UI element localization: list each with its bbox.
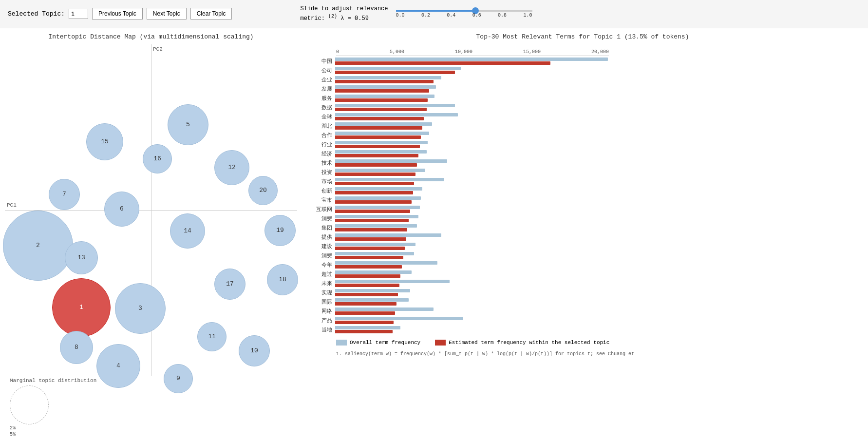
- bubble-8[interactable]: 8: [60, 331, 93, 364]
- bar-row: 中国: [307, 57, 858, 66]
- bubble-2[interactable]: 2: [3, 211, 73, 281]
- bar-row: 合作: [307, 131, 858, 140]
- bar-topic-21: [335, 256, 403, 259]
- bubble-4[interactable]: 4: [96, 344, 140, 388]
- bar-row: 消费: [307, 214, 858, 223]
- bar-label-16: 互联网: [307, 206, 335, 213]
- bar-topic-9: [335, 145, 420, 148]
- bar-group-20: [335, 242, 858, 251]
- bubble-6[interactable]: 6: [104, 192, 139, 227]
- next-topic-button[interactable]: Next Topic: [147, 8, 187, 19]
- bar-overall-5: [335, 104, 455, 107]
- bar-overall-14: [335, 187, 422, 191]
- bar-label-14: 创新: [307, 187, 335, 194]
- bubble-17[interactable]: 17: [214, 269, 245, 300]
- marginal-circle: [10, 385, 49, 424]
- bar-group-15: [335, 196, 858, 205]
- selected-topic-label: Selected Topic:: [8, 10, 65, 18]
- bubble-10[interactable]: 10: [239, 335, 270, 366]
- bar-overall-13: [335, 178, 444, 181]
- bar-group-0: [335, 57, 858, 66]
- bubble-15[interactable]: 15: [86, 123, 123, 160]
- main-area: Intertopic Distance Map (via multidimens…: [0, 28, 868, 442]
- bubble-19[interactable]: 19: [264, 215, 296, 246]
- bar-group-2: [335, 76, 858, 84]
- bar-topic-24: [335, 284, 399, 287]
- prev-topic-button[interactable]: Previous Topic: [92, 8, 143, 19]
- bar-topic-15: [335, 200, 412, 204]
- bar-row: 市场: [307, 177, 858, 186]
- tick-10k: 10,000: [455, 49, 472, 55]
- bar-overall-1: [335, 67, 461, 70]
- slider-ticks: 0.0 0.2 0.4 0.6 0.8 1.0: [396, 13, 532, 18]
- bar-row: 今年: [307, 261, 858, 269]
- bar-label-20: 建设: [307, 243, 335, 250]
- tick-20k: 20,000: [591, 49, 609, 55]
- bubble-16[interactable]: 16: [143, 144, 172, 173]
- bar-group-17: [335, 214, 858, 223]
- legend-topic-swatch: [435, 340, 446, 346]
- bar-overall-25: [335, 289, 410, 292]
- tick-15k: 15,000: [523, 49, 541, 55]
- bar-overall-4: [335, 95, 434, 98]
- bubble-1[interactable]: 1: [52, 278, 111, 337]
- bar-group-25: [335, 288, 858, 297]
- axis-ticks: 0 5,000 10,000 15,000 20,000: [336, 49, 609, 56]
- bar-overall-24: [335, 280, 450, 283]
- bar-group-27: [335, 307, 858, 316]
- bar-label-7: 湖北: [307, 122, 335, 130]
- bar-topic-29: [335, 330, 393, 333]
- bar-topic-2: [335, 80, 434, 83]
- bar-overall-6: [335, 113, 458, 116]
- bar-group-22: [335, 261, 858, 269]
- bar-label-8: 合作: [307, 132, 335, 139]
- bar-row: 经济: [307, 150, 858, 158]
- legend-topic-label: Estimated term frequency within the sele…: [449, 340, 609, 346]
- bar-topic-18: [335, 228, 407, 231]
- bar-row: 当地: [307, 326, 858, 334]
- bar-row: 行业: [307, 140, 858, 149]
- bar-group-16: [335, 205, 858, 214]
- relevance-controls: Slide to adjust relevance metric: (2) λ …: [300, 5, 532, 23]
- topic-controls: Selected Topic: Previous Topic Next Topi…: [8, 8, 232, 19]
- bar-topic-28: [335, 321, 394, 324]
- marginal-section: Marginal topic distribution 2% 5%: [0, 378, 302, 437]
- bar-topic-20: [335, 247, 405, 250]
- bar-label-3: 发展: [307, 85, 335, 93]
- bar-group-18: [335, 224, 858, 232]
- bar-label-28: 产品: [307, 317, 335, 324]
- bar-group-23: [335, 270, 858, 279]
- bar-topic-23: [335, 274, 400, 278]
- bar-row: 互联网: [307, 205, 858, 214]
- bubble-11[interactable]: 11: [197, 322, 226, 351]
- bar-overall-20: [335, 243, 415, 246]
- tick-08: 0.8: [498, 13, 507, 18]
- bar-label-27: 网络: [307, 307, 335, 315]
- bar-label-19: 提供: [307, 233, 335, 241]
- bubble-13[interactable]: 13: [65, 241, 98, 274]
- bubble-9[interactable]: 9: [164, 364, 193, 393]
- clear-topic-button[interactable]: Clear Topic: [190, 8, 232, 19]
- bar-group-3: [335, 85, 858, 94]
- bubble-20[interactable]: 20: [248, 176, 278, 205]
- bar-group-5: [335, 103, 858, 112]
- topic-input[interactable]: [69, 9, 88, 19]
- legend-overall-label: Overall term frequency: [350, 340, 420, 346]
- bar-overall-26: [335, 298, 409, 302]
- bar-row: 产品: [307, 316, 858, 325]
- bubble-3[interactable]: 3: [115, 283, 166, 334]
- relevance-slider[interactable]: [396, 10, 532, 12]
- tick-0-val: 0: [336, 49, 339, 55]
- relevance-line2: metric: (2) λ = 0.59: [300, 13, 388, 23]
- bar-overall-11: [335, 159, 447, 163]
- slider-container: 0.0 0.2 0.4 0.6 0.8 1.0: [396, 10, 532, 18]
- bubble-7[interactable]: 7: [49, 179, 80, 210]
- bubble-12[interactable]: 12: [214, 150, 249, 185]
- bar-row: 集团: [307, 224, 858, 232]
- bubble-5[interactable]: 5: [168, 104, 208, 145]
- bar-row: 技术: [307, 159, 858, 168]
- bar-overall-29: [335, 326, 400, 329]
- bubble-14[interactable]: 14: [170, 213, 205, 249]
- bubble-18[interactable]: 18: [267, 264, 298, 295]
- bar-topic-17: [335, 219, 409, 222]
